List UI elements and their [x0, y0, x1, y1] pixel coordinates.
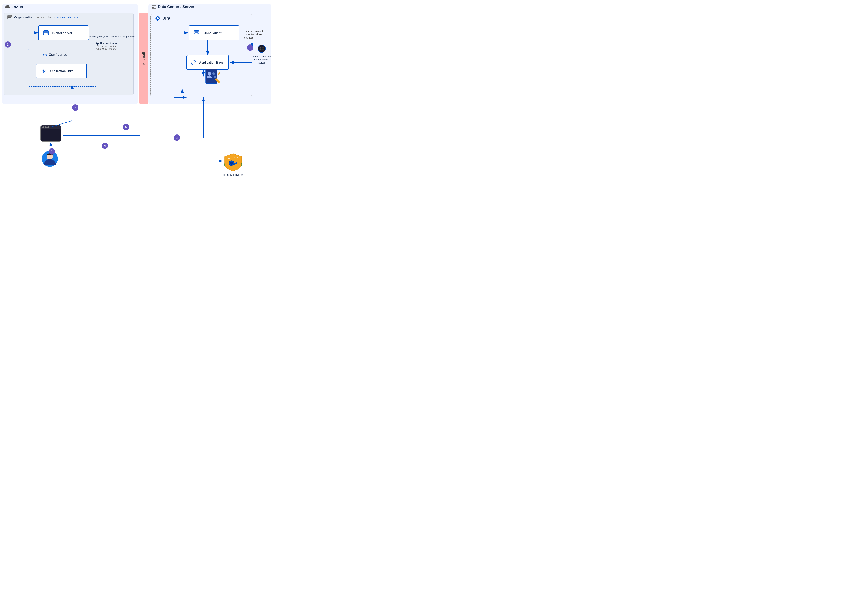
org-icon [7, 15, 12, 19]
svg-point-10 [47, 31, 48, 32]
tunnel-server-box: Tunnel server [38, 25, 89, 40]
svg-point-48 [234, 157, 235, 157]
svg-rect-43 [233, 163, 237, 164]
svg-rect-15 [152, 7, 153, 8]
tunnel-connector: Tunnel Connector in the Application Serv… [251, 45, 272, 64]
confluence-label: Confluence [42, 52, 67, 57]
svg-point-30 [212, 72, 215, 75]
svg-point-25 [262, 47, 264, 49]
badge-2: 2 [4, 41, 11, 48]
incoming-label: Incoming encrypted connection using tunn… [89, 34, 135, 38]
badge-3: 3 [174, 135, 180, 141]
svg-rect-4 [10, 17, 11, 18]
doc-sync-icon [204, 68, 222, 87]
svg-point-21 [198, 31, 198, 32]
browser-icon [40, 125, 61, 142]
badge-7-left: 7 [72, 105, 78, 111]
badge-7-right: 7 [247, 45, 253, 51]
identity-provider: Identity provider [222, 152, 244, 176]
link-icon-left [41, 68, 47, 74]
svg-rect-45 [234, 164, 235, 165]
svg-point-47 [237, 157, 238, 158]
org-label: Organization Access it from admin.atlass… [7, 15, 78, 19]
svg-rect-14 [152, 7, 153, 7]
svg-point-42 [230, 161, 233, 164]
app-tunnel-label: Application tunnel Secure websocket Outg… [95, 42, 118, 50]
svg-point-11 [47, 33, 48, 34]
link-icon-right [190, 59, 196, 66]
cloud-icon [4, 4, 10, 10]
svg-rect-6 [9, 18, 10, 18]
diagram: Cloud Organization Access it from admin.… [0, 0, 276, 191]
svg-point-36 [42, 126, 44, 128]
svg-rect-44 [236, 161, 237, 163]
org-subtitle: Access it from admin.atlassian.com [37, 16, 78, 19]
svg-point-23 [258, 45, 265, 52]
badge-5: 5 [123, 124, 129, 130]
confluence-icon [42, 52, 47, 57]
svg-point-27 [262, 49, 264, 51]
svg-point-37 [45, 126, 46, 128]
svg-rect-3 [9, 17, 10, 18]
tunnel-client-icon [193, 30, 199, 36]
local-label: Local unencrypted connection within loca… [244, 30, 271, 39]
svg-point-24 [259, 47, 261, 49]
svg-point-38 [48, 126, 49, 128]
svg-point-22 [198, 33, 198, 34]
badge-4: 4 [102, 142, 108, 149]
svg-rect-2 [8, 17, 9, 18]
svg-rect-17 [153, 7, 154, 8]
jira-label: Jira [155, 15, 170, 21]
app-links-box-left: Application links [36, 64, 87, 78]
firewall-box: Firewall [139, 13, 148, 104]
svg-point-46 [228, 158, 229, 159]
jira-icon [155, 15, 160, 21]
svg-rect-5 [8, 18, 9, 18]
svg-point-31 [214, 76, 216, 78]
tunnel-client-box: Tunnel client [189, 25, 240, 40]
dc-label: Data Center / Server [151, 4, 194, 9]
badge-1: 1 [49, 148, 55, 155]
dc-icon [151, 5, 156, 9]
svg-point-26 [259, 49, 261, 51]
tunnel-server-icon [43, 30, 49, 36]
connector-icon [258, 45, 266, 53]
cloud-label: Cloud [4, 4, 23, 10]
svg-point-29 [208, 72, 211, 75]
svg-rect-16 [153, 7, 154, 7]
